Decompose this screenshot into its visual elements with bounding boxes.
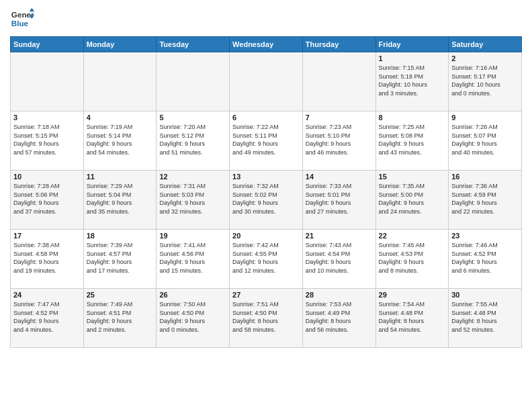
day-info: Sunrise: 7:19 AM Sunset: 5:14 PM Dayligh… xyxy=(87,123,154,156)
calendar-cell: 28Sunrise: 7:53 AM Sunset: 4:49 PM Dayli… xyxy=(302,289,375,348)
calendar-cell xyxy=(230,52,303,111)
day-info: Sunrise: 7:32 AM Sunset: 5:02 PM Dayligh… xyxy=(232,182,300,216)
calendar-cell: 30Sunrise: 7:55 AM Sunset: 4:48 PM Dayli… xyxy=(449,289,522,348)
day-number: 28 xyxy=(306,291,373,299)
day-info: Sunrise: 7:33 AM Sunset: 5:01 PM Dayligh… xyxy=(306,182,373,216)
svg-text:Blue: Blue xyxy=(11,19,29,28)
day-number: 15 xyxy=(379,173,446,181)
day-info: Sunrise: 7:31 AM Sunset: 5:03 PM Dayligh… xyxy=(159,182,226,216)
day-number: 7 xyxy=(306,113,373,122)
day-header-saturday: Saturday xyxy=(449,37,522,52)
calendar-cell xyxy=(302,52,375,111)
day-info: Sunrise: 7:46 AM Sunset: 4:52 PM Dayligh… xyxy=(451,241,519,275)
day-info: Sunrise: 7:49 AM Sunset: 4:51 PM Dayligh… xyxy=(87,300,154,334)
calendar-cell: 29Sunrise: 7:54 AM Sunset: 4:48 PM Dayli… xyxy=(375,289,449,348)
calendar-cell: 18Sunrise: 7:39 AM Sunset: 4:57 PM Dayli… xyxy=(83,230,157,289)
calendar-table: SundayMondayTuesdayWednesdayThursdayFrid… xyxy=(10,36,522,348)
header-row: SundayMondayTuesdayWednesdayThursdayFrid… xyxy=(11,37,522,52)
week-row-1: 1Sunrise: 7:15 AM Sunset: 5:18 PM Daylig… xyxy=(11,52,522,111)
week-row-2: 3Sunrise: 7:18 AM Sunset: 5:15 PM Daylig… xyxy=(11,111,522,171)
day-info: Sunrise: 7:39 AM Sunset: 4:57 PM Dayligh… xyxy=(87,241,154,275)
day-number: 21 xyxy=(306,232,373,240)
calendar-cell: 21Sunrise: 7:43 AM Sunset: 4:54 PM Dayli… xyxy=(302,230,375,289)
calendar-cell: 14Sunrise: 7:33 AM Sunset: 5:01 PM Dayli… xyxy=(302,171,375,230)
calendar-cell: 13Sunrise: 7:32 AM Sunset: 5:02 PM Dayli… xyxy=(230,171,303,230)
calendar-cell: 17Sunrise: 7:38 AM Sunset: 4:58 PM Dayli… xyxy=(11,230,84,289)
day-info: Sunrise: 7:47 AM Sunset: 4:52 PM Dayligh… xyxy=(13,300,81,334)
day-header-tuesday: Tuesday xyxy=(157,37,230,52)
calendar-cell: 6Sunrise: 7:22 AM Sunset: 5:11 PM Daylig… xyxy=(230,111,303,171)
calendar-cell: 23Sunrise: 7:46 AM Sunset: 4:52 PM Dayli… xyxy=(449,230,522,289)
day-info: Sunrise: 7:25 AM Sunset: 5:08 PM Dayligh… xyxy=(379,123,446,156)
calendar-cell: 9Sunrise: 7:26 AM Sunset: 5:07 PM Daylig… xyxy=(449,111,522,171)
day-info: Sunrise: 7:45 AM Sunset: 4:53 PM Dayligh… xyxy=(379,241,446,275)
day-number: 12 xyxy=(159,173,226,181)
day-number: 2 xyxy=(451,54,519,62)
day-number: 4 xyxy=(87,113,154,122)
day-header-wednesday: Wednesday xyxy=(230,37,303,52)
logo-icon: General Blue xyxy=(10,7,34,31)
calendar-cell: 24Sunrise: 7:47 AM Sunset: 4:52 PM Dayli… xyxy=(11,289,84,348)
day-number: 10 xyxy=(13,173,81,181)
day-info: Sunrise: 7:20 AM Sunset: 5:12 PM Dayligh… xyxy=(159,123,226,156)
week-row-5: 24Sunrise: 7:47 AM Sunset: 4:52 PM Dayli… xyxy=(11,289,522,348)
calendar-cell: 25Sunrise: 7:49 AM Sunset: 4:51 PM Dayli… xyxy=(83,289,157,348)
day-info: Sunrise: 7:50 AM Sunset: 4:50 PM Dayligh… xyxy=(159,300,226,334)
day-info: Sunrise: 7:43 AM Sunset: 4:54 PM Dayligh… xyxy=(306,241,373,275)
day-number: 26 xyxy=(159,291,226,299)
calendar-cell xyxy=(11,52,84,111)
calendar-cell: 8Sunrise: 7:25 AM Sunset: 5:08 PM Daylig… xyxy=(375,111,449,171)
day-number: 3 xyxy=(13,113,81,122)
day-info: Sunrise: 7:26 AM Sunset: 5:07 PM Dayligh… xyxy=(451,123,519,156)
day-number: 11 xyxy=(87,173,154,181)
day-info: Sunrise: 7:35 AM Sunset: 5:00 PM Dayligh… xyxy=(379,182,446,216)
calendar-cell: 16Sunrise: 7:36 AM Sunset: 4:59 PM Dayli… xyxy=(449,171,522,230)
day-number: 9 xyxy=(451,113,519,122)
day-header-monday: Monday xyxy=(83,37,157,52)
calendar-cell: 27Sunrise: 7:51 AM Sunset: 4:50 PM Dayli… xyxy=(230,289,303,348)
day-number: 8 xyxy=(379,113,446,122)
day-number: 29 xyxy=(379,291,446,299)
day-info: Sunrise: 7:55 AM Sunset: 4:48 PM Dayligh… xyxy=(451,300,519,334)
day-number: 18 xyxy=(87,232,154,240)
day-info: Sunrise: 7:41 AM Sunset: 4:56 PM Dayligh… xyxy=(159,241,226,275)
day-info: Sunrise: 7:28 AM Sunset: 5:06 PM Dayligh… xyxy=(13,182,81,216)
logo: General Blue xyxy=(10,7,34,31)
calendar-cell: 26Sunrise: 7:50 AM Sunset: 4:50 PM Dayli… xyxy=(157,289,230,348)
day-info: Sunrise: 7:38 AM Sunset: 4:58 PM Dayligh… xyxy=(13,241,81,275)
day-number: 23 xyxy=(451,232,519,240)
calendar-cell xyxy=(157,52,230,111)
calendar-cell: 10Sunrise: 7:28 AM Sunset: 5:06 PM Dayli… xyxy=(11,171,84,230)
day-header-thursday: Thursday xyxy=(302,37,375,52)
day-number: 19 xyxy=(159,232,226,240)
day-info: Sunrise: 7:18 AM Sunset: 5:15 PM Dayligh… xyxy=(13,123,81,156)
calendar-page: General Blue SundayMondayTuesdayWednesda… xyxy=(0,0,532,411)
calendar-cell: 12Sunrise: 7:31 AM Sunset: 5:03 PM Dayli… xyxy=(157,171,230,230)
calendar-cell: 20Sunrise: 7:42 AM Sunset: 4:55 PM Dayli… xyxy=(230,230,303,289)
day-number: 6 xyxy=(232,113,300,122)
day-info: Sunrise: 7:16 AM Sunset: 5:17 PM Dayligh… xyxy=(451,64,519,97)
day-info: Sunrise: 7:23 AM Sunset: 5:10 PM Dayligh… xyxy=(306,123,373,156)
calendar-cell: 7Sunrise: 7:23 AM Sunset: 5:10 PM Daylig… xyxy=(302,111,375,171)
day-header-sunday: Sunday xyxy=(11,37,84,52)
calendar-cell: 3Sunrise: 7:18 AM Sunset: 5:15 PM Daylig… xyxy=(11,111,84,171)
day-info: Sunrise: 7:29 AM Sunset: 5:04 PM Dayligh… xyxy=(87,182,154,216)
day-info: Sunrise: 7:51 AM Sunset: 4:50 PM Dayligh… xyxy=(232,300,300,334)
calendar-cell: 2Sunrise: 7:16 AM Sunset: 5:17 PM Daylig… xyxy=(449,52,522,111)
header: General Blue xyxy=(10,7,522,31)
day-number: 24 xyxy=(13,291,81,299)
day-number: 20 xyxy=(232,232,300,240)
day-number: 5 xyxy=(159,113,226,122)
day-info: Sunrise: 7:22 AM Sunset: 5:11 PM Dayligh… xyxy=(232,123,300,156)
calendar-cell: 1Sunrise: 7:15 AM Sunset: 5:18 PM Daylig… xyxy=(375,52,449,111)
day-info: Sunrise: 7:54 AM Sunset: 4:48 PM Dayligh… xyxy=(379,300,446,334)
day-number: 16 xyxy=(451,173,519,181)
day-info: Sunrise: 7:53 AM Sunset: 4:49 PM Dayligh… xyxy=(306,300,373,334)
day-number: 13 xyxy=(232,173,300,181)
calendar-cell: 11Sunrise: 7:29 AM Sunset: 5:04 PM Dayli… xyxy=(83,171,157,230)
calendar-cell xyxy=(83,52,157,111)
day-header-friday: Friday xyxy=(375,37,449,52)
day-info: Sunrise: 7:42 AM Sunset: 4:55 PM Dayligh… xyxy=(232,241,300,275)
calendar-cell: 19Sunrise: 7:41 AM Sunset: 4:56 PM Dayli… xyxy=(157,230,230,289)
day-number: 30 xyxy=(451,291,519,299)
